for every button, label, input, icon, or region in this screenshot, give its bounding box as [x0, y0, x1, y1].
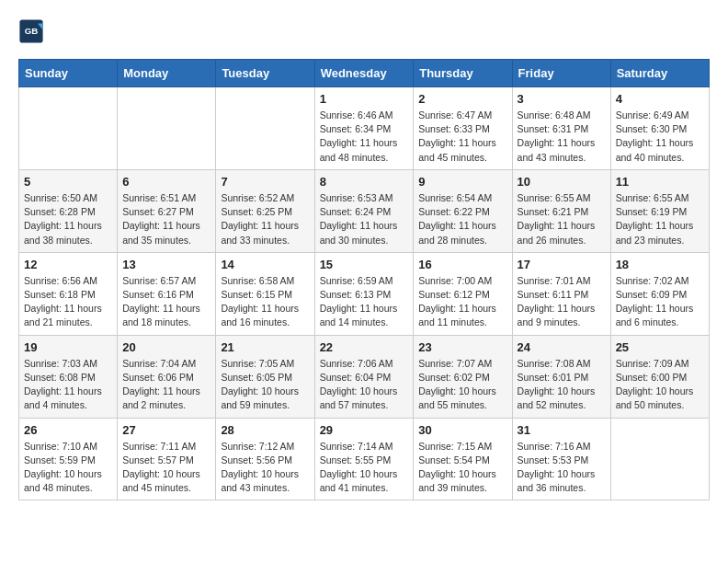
day-number: 3 [518, 92, 606, 106]
day-number: 21 [221, 340, 309, 354]
day-cell: 23Sunrise: 7:07 AM Sunset: 6:02 PM Dayli… [414, 335, 512, 418]
day-number: 22 [320, 340, 409, 354]
day-info: Sunrise: 6:58 AM Sunset: 6:15 PM Dayligh… [221, 274, 309, 330]
day-cell: 13Sunrise: 6:57 AM Sunset: 6:16 PM Dayli… [118, 252, 216, 335]
weekday-header-wednesday: Wednesday [314, 60, 414, 87]
day-number: 14 [221, 258, 309, 271]
day-number: 4 [616, 92, 704, 106]
week-row-2: 5Sunrise: 6:50 AM Sunset: 6:28 PM Daylig… [19, 169, 710, 252]
day-cell: 11Sunrise: 6:55 AM Sunset: 6:19 PM Dayli… [610, 169, 709, 252]
day-cell [610, 418, 709, 500]
day-info: Sunrise: 6:59 AM Sunset: 6:13 PM Dayligh… [320, 274, 409, 330]
day-number: 6 [122, 175, 210, 189]
day-cell: 7Sunrise: 6:52 AM Sunset: 6:25 PM Daylig… [216, 169, 314, 252]
day-cell: 8Sunrise: 6:53 AM Sunset: 6:24 PM Daylig… [314, 169, 414, 252]
calendar-table: SundayMondayTuesdayWednesdayThursdayFrid… [18, 59, 710, 500]
day-number: 26 [24, 423, 112, 437]
day-cell: 25Sunrise: 7:09 AM Sunset: 6:00 PM Dayli… [610, 335, 709, 418]
day-cell: 15Sunrise: 6:59 AM Sunset: 6:13 PM Dayli… [314, 252, 414, 335]
day-info: Sunrise: 6:53 AM Sunset: 6:24 PM Dayligh… [320, 191, 409, 247]
day-cell: 12Sunrise: 6:56 AM Sunset: 6:18 PM Dayli… [19, 252, 118, 335]
day-number: 24 [518, 340, 606, 354]
day-cell: 31Sunrise: 7:16 AM Sunset: 5:53 PM Dayli… [512, 418, 610, 500]
calendar-header: SundayMondayTuesdayWednesdayThursdayFrid… [19, 60, 710, 87]
day-cell: 14Sunrise: 6:58 AM Sunset: 6:15 PM Dayli… [216, 252, 314, 335]
day-number: 15 [320, 258, 409, 271]
day-info: Sunrise: 7:09 AM Sunset: 6:00 PM Dayligh… [616, 357, 704, 413]
day-number: 25 [616, 340, 704, 354]
day-number: 16 [418, 258, 506, 271]
week-row-4: 19Sunrise: 7:03 AM Sunset: 6:08 PM Dayli… [19, 335, 710, 418]
day-cell: 3Sunrise: 6:48 AM Sunset: 6:31 PM Daylig… [512, 87, 610, 170]
day-number: 8 [320, 175, 409, 189]
day-info: Sunrise: 6:52 AM Sunset: 6:25 PM Dayligh… [221, 191, 309, 247]
day-info: Sunrise: 6:55 AM Sunset: 6:19 PM Dayligh… [616, 191, 704, 247]
page-header: GB [18, 18, 710, 44]
day-cell: 19Sunrise: 7:03 AM Sunset: 6:08 PM Dayli… [19, 335, 118, 418]
weekday-header-tuesday: Tuesday [216, 60, 314, 87]
day-info: Sunrise: 7:12 AM Sunset: 5:56 PM Dayligh… [221, 440, 309, 496]
day-info: Sunrise: 7:04 AM Sunset: 6:06 PM Dayligh… [122, 357, 210, 413]
day-info: Sunrise: 7:06 AM Sunset: 6:04 PM Dayligh… [320, 357, 409, 413]
day-cell [216, 87, 314, 170]
day-number: 19 [24, 340, 112, 354]
day-cell: 22Sunrise: 7:06 AM Sunset: 6:04 PM Dayli… [314, 335, 414, 418]
week-row-1: 1Sunrise: 6:46 AM Sunset: 6:34 PM Daylig… [19, 87, 710, 170]
day-info: Sunrise: 7:16 AM Sunset: 5:53 PM Dayligh… [518, 440, 606, 496]
day-info: Sunrise: 7:01 AM Sunset: 6:11 PM Dayligh… [518, 274, 606, 330]
day-cell: 4Sunrise: 6:49 AM Sunset: 6:30 PM Daylig… [610, 87, 709, 170]
logo: GB [18, 18, 48, 44]
weekday-header-saturday: Saturday [610, 60, 709, 87]
day-number: 18 [616, 258, 704, 271]
week-row-3: 12Sunrise: 6:56 AM Sunset: 6:18 PM Dayli… [19, 252, 710, 335]
day-cell: 20Sunrise: 7:04 AM Sunset: 6:06 PM Dayli… [118, 335, 216, 418]
day-cell: 1Sunrise: 6:46 AM Sunset: 6:34 PM Daylig… [314, 87, 414, 170]
day-info: Sunrise: 7:05 AM Sunset: 6:05 PM Dayligh… [221, 357, 309, 413]
day-cell [118, 87, 216, 170]
day-number: 20 [122, 340, 210, 354]
day-cell: 2Sunrise: 6:47 AM Sunset: 6:33 PM Daylig… [414, 87, 512, 170]
day-info: Sunrise: 7:02 AM Sunset: 6:09 PM Dayligh… [616, 274, 704, 330]
day-info: Sunrise: 6:46 AM Sunset: 6:34 PM Dayligh… [320, 109, 409, 165]
day-number: 12 [24, 258, 112, 271]
day-info: Sunrise: 6:56 AM Sunset: 6:18 PM Dayligh… [24, 274, 112, 330]
day-number: 10 [518, 175, 606, 189]
day-cell: 27Sunrise: 7:11 AM Sunset: 5:57 PM Dayli… [118, 418, 216, 500]
weekday-row: SundayMondayTuesdayWednesdayThursdayFrid… [19, 60, 710, 87]
day-cell: 30Sunrise: 7:15 AM Sunset: 5:54 PM Dayli… [414, 418, 512, 500]
day-cell: 18Sunrise: 7:02 AM Sunset: 6:09 PM Dayli… [610, 252, 709, 335]
day-info: Sunrise: 6:57 AM Sunset: 6:16 PM Dayligh… [122, 274, 210, 330]
day-info: Sunrise: 6:50 AM Sunset: 6:28 PM Dayligh… [24, 191, 112, 247]
day-info: Sunrise: 6:48 AM Sunset: 6:31 PM Dayligh… [518, 109, 606, 165]
day-cell: 6Sunrise: 6:51 AM Sunset: 6:27 PM Daylig… [118, 169, 216, 252]
day-info: Sunrise: 7:10 AM Sunset: 5:59 PM Dayligh… [24, 440, 112, 496]
day-cell: 5Sunrise: 6:50 AM Sunset: 6:28 PM Daylig… [19, 169, 118, 252]
day-number: 23 [418, 340, 506, 354]
day-info: Sunrise: 7:14 AM Sunset: 5:55 PM Dayligh… [320, 440, 409, 496]
day-cell: 28Sunrise: 7:12 AM Sunset: 5:56 PM Dayli… [216, 418, 314, 500]
day-info: Sunrise: 7:00 AM Sunset: 6:12 PM Dayligh… [418, 274, 506, 330]
svg-text:GB: GB [25, 26, 39, 36]
day-cell: 10Sunrise: 6:55 AM Sunset: 6:21 PM Dayli… [512, 169, 610, 252]
day-number: 17 [518, 258, 606, 271]
day-number: 7 [221, 175, 309, 189]
weekday-header-thursday: Thursday [414, 60, 512, 87]
weekday-header-sunday: Sunday [19, 60, 118, 87]
day-number: 9 [418, 175, 506, 189]
day-number: 30 [418, 423, 506, 437]
day-number: 29 [320, 423, 409, 437]
weekday-header-friday: Friday [512, 60, 610, 87]
day-cell: 26Sunrise: 7:10 AM Sunset: 5:59 PM Dayli… [19, 418, 118, 500]
day-info: Sunrise: 7:07 AM Sunset: 6:02 PM Dayligh… [418, 357, 506, 413]
day-cell: 29Sunrise: 7:14 AM Sunset: 5:55 PM Dayli… [314, 418, 414, 500]
day-cell: 17Sunrise: 7:01 AM Sunset: 6:11 PM Dayli… [512, 252, 610, 335]
day-info: Sunrise: 6:49 AM Sunset: 6:30 PM Dayligh… [616, 109, 704, 165]
calendar-body: 1Sunrise: 6:46 AM Sunset: 6:34 PM Daylig… [19, 87, 710, 500]
weekday-header-monday: Monday [118, 60, 216, 87]
day-cell: 21Sunrise: 7:05 AM Sunset: 6:05 PM Dayli… [216, 335, 314, 418]
week-row-5: 26Sunrise: 7:10 AM Sunset: 5:59 PM Dayli… [19, 418, 710, 500]
day-info: Sunrise: 6:55 AM Sunset: 6:21 PM Dayligh… [518, 191, 606, 247]
day-cell: 24Sunrise: 7:08 AM Sunset: 6:01 PM Dayli… [512, 335, 610, 418]
day-info: Sunrise: 7:15 AM Sunset: 5:54 PM Dayligh… [418, 440, 506, 496]
day-number: 31 [518, 423, 606, 437]
